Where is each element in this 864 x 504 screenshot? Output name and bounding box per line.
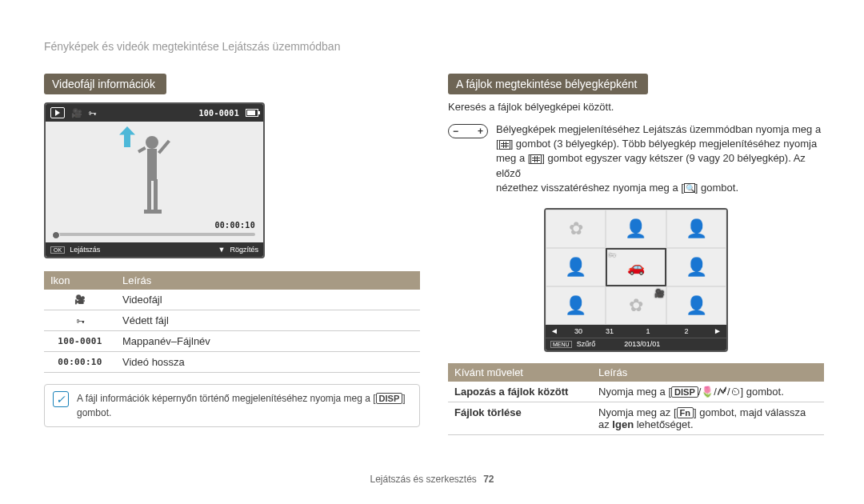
- row-desc: Mappanév–Fájlnév: [116, 331, 420, 352]
- footer-section: Lejátszás és szerkesztés: [370, 474, 476, 485]
- plus-icon: +: [478, 126, 483, 137]
- menu-badge: MENU: [550, 341, 572, 348]
- thumbnail-grid-box: ✿ 👤 👤 👤 🚗 🗝 👤 👤 ✿ 🎥 👤 ◄ 30 31 1 2 ►: [544, 208, 728, 352]
- zoom-instruction: Bélyegképek megjelenítéséhez Lejátszás ü…: [496, 122, 824, 195]
- thumb-menu-bar: MENU Szűrő 2013/01/01: [546, 338, 726, 350]
- page-footer: Lejátszás és szerkesztés 72: [0, 474, 864, 485]
- preview-bottombar: OK Lejátszás ▼ Rögzítés: [46, 242, 263, 257]
- nav-right-icon: ►: [714, 326, 722, 335]
- row-desc: Videó hossza: [116, 352, 420, 373]
- th-desc: Leírás: [592, 363, 824, 382]
- page-title: Fényképek és videók megtekintése Lejátsz…: [44, 40, 340, 53]
- play-mode-icon: [50, 107, 65, 118]
- page-num: 31: [598, 327, 621, 335]
- thumbnail-cell: 👤: [666, 210, 726, 248]
- svg-rect-4: [147, 179, 151, 211]
- op-browse: Lapozás a fájlok között: [448, 382, 592, 402]
- thumbnail-grid: ✿ 👤 👤 👤 🚗 🗝 👤 👤 ✿ 🎥 👤: [546, 210, 726, 325]
- thumbnail-out-icon: [530, 154, 542, 164]
- thumbnail-out-icon: [499, 140, 510, 150]
- zoom-bar-icon: − +: [448, 124, 488, 138]
- folder-file-label: 100-0001: [198, 109, 239, 118]
- section-tab-thumbnails: A fájlok megtekintése bélyegképként: [448, 74, 648, 94]
- key-icon: 🗝: [44, 310, 116, 331]
- down-icon: ▼: [218, 246, 226, 254]
- thumbnail-cell-selected: 🚗 🗝: [606, 248, 666, 286]
- ok-badge: OK: [50, 246, 65, 254]
- thumbnail-cell: 👤: [666, 248, 726, 286]
- row-desc: Védett fájl: [116, 310, 420, 331]
- time-counter: 00:00:10: [214, 221, 255, 230]
- person-silhouette: [130, 133, 178, 233]
- thumb-nav-bar: ◄ 30 31 1 2 ►: [546, 325, 726, 338]
- operation-table: Kívánt művelet Leírás Lapozás a fájlok k…: [448, 363, 824, 435]
- capture-label: Rögzítés: [230, 246, 258, 254]
- svg-rect-5: [154, 179, 158, 211]
- info-icon: ✓: [53, 391, 69, 407]
- icon-info-table: Ikon Leírás 🎥 Videofájl 🗝 Védett fájl 10…: [44, 271, 420, 373]
- fn-badge: Fn: [677, 407, 694, 418]
- battery-icon: [246, 109, 258, 117]
- duration-label: 00:00:10: [44, 352, 116, 373]
- right-column: A fájlok megtekintése bélyegképként Kere…: [448, 74, 824, 435]
- th-icon: Ikon: [44, 271, 116, 290]
- date-label: 2013/01/01: [624, 340, 660, 348]
- svg-rect-7: [152, 210, 162, 214]
- zoom-in-icon: [684, 183, 695, 193]
- op-browse-desc: Nyomja meg a [DISP/🌷/🗲/⏲] gombot.: [592, 382, 824, 402]
- op-delete: Fájlok törlése: [448, 402, 592, 434]
- left-column: Videofájl információk 🎥 🗝 100-0001: [44, 74, 420, 427]
- thumbnail-cell: 👤: [606, 210, 666, 248]
- preview-body: 00:00:10: [46, 122, 263, 246]
- folder-file-label: 100-0001: [44, 331, 116, 352]
- thumbnail-cell: ✿ 🎥: [606, 286, 666, 325]
- svg-rect-3: [158, 140, 170, 154]
- disp-badge: DISP: [671, 386, 698, 398]
- note-box: ✓ A fájl információk képernyőn történő m…: [44, 384, 420, 427]
- camera-icon: 🎥: [44, 290, 116, 310]
- play-label: Lejátszás: [70, 246, 100, 254]
- svg-rect-1: [147, 149, 157, 181]
- thumbnail-desc: Keresés a fájlok bélyegképei között.: [448, 101, 824, 113]
- th-desc: Leírás: [116, 271, 420, 290]
- svg-point-0: [146, 136, 158, 149]
- thumbnail-cell: 👤: [666, 286, 726, 325]
- page-num: 30: [574, 327, 582, 335]
- key-icon: 🗝: [609, 251, 616, 259]
- section-tab-video-info: Videofájl információk: [44, 74, 166, 94]
- minus-icon: −: [453, 126, 458, 137]
- row-desc: Videofájl: [116, 290, 420, 310]
- preview-topbar: 🎥 🗝 100-0001: [46, 104, 263, 122]
- page-number: 72: [483, 474, 494, 485]
- key-icon: 🗝: [89, 109, 97, 118]
- thumbnail-cell: ✿: [546, 210, 606, 248]
- video-preview: 🎥 🗝 100-0001 00:00:10: [44, 102, 265, 258]
- nav-left-icon: ◄: [550, 326, 558, 335]
- camera-icon: 🎥: [71, 108, 82, 118]
- thumbnail-cell: 👤: [546, 248, 606, 286]
- page-num: 2: [675, 327, 698, 335]
- video-icon: 🎥: [654, 289, 664, 298]
- th-op: Kívánt művelet: [448, 363, 592, 382]
- op-delete-desc: Nyomja meg az [Fn] gombot, majd válassza…: [592, 402, 824, 434]
- page-num: 1: [637, 327, 659, 335]
- note-text: A fájl információk képernyőn történő meg…: [77, 391, 411, 420]
- svg-rect-2: [138, 146, 146, 153]
- thumbnail-cell: 👤: [546, 286, 606, 325]
- filter-label: Szűrő: [577, 340, 596, 348]
- disp-badge: DISP: [376, 393, 403, 404]
- progress-bar: [54, 233, 255, 236]
